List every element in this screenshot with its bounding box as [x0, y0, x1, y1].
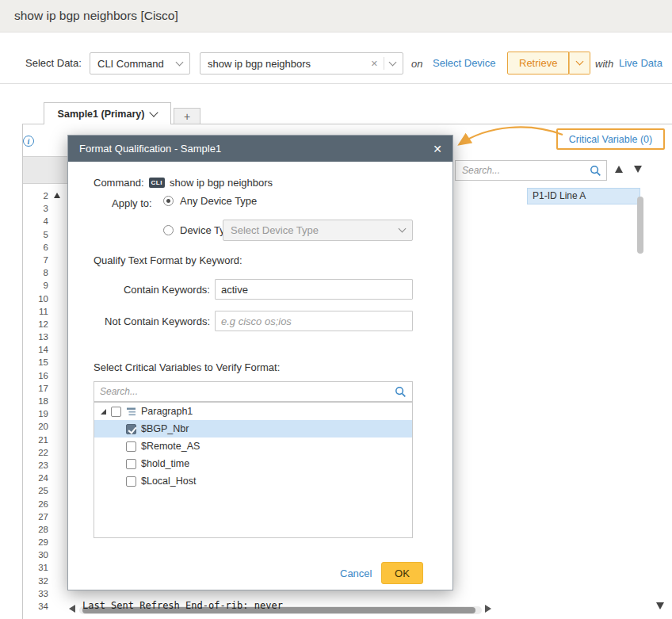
command-label: Command:	[94, 177, 144, 189]
expander-icon[interactable]	[101, 409, 106, 415]
tree-node-label: $BGP_Nbr	[141, 423, 189, 434]
retrieve-split-button: Retrieve	[507, 52, 590, 75]
device-type-dropdown[interactable]: Select Device Type	[223, 220, 413, 241]
select-device-link[interactable]: Select Device	[433, 57, 495, 69]
fold-marker-icon[interactable]	[54, 193, 60, 198]
tree-node-label: $Remote_AS	[141, 441, 200, 452]
toolbar: Select Data: CLI Command show ip bgp nei…	[0, 32, 672, 84]
select-data-label: Select Data:	[25, 57, 82, 69]
find-next-icon[interactable]	[634, 166, 642, 173]
editor-header-corner	[23, 156, 68, 184]
close-icon[interactable]: ✕	[433, 143, 442, 155]
checkbox-icon[interactable]	[111, 407, 121, 417]
line-number: 33	[23, 587, 52, 600]
checkbox-icon[interactable]	[126, 424, 136, 434]
callout-arrow-icon	[447, 116, 566, 159]
line-number: 3	[23, 202, 52, 215]
line-number: 17	[23, 382, 52, 395]
radio-icon[interactable]	[163, 225, 174, 235]
tab-label: Sample1 (Primary)	[58, 109, 145, 120]
tree-node-bgp-nbr[interactable]: $BGP_Nbr	[94, 420, 412, 438]
info-icon[interactable]: i	[23, 136, 34, 147]
tree-node-local-host[interactable]: $Local_Host	[94, 472, 412, 490]
chevron-down-icon	[399, 225, 407, 233]
sample-text-line: Last Sent Refresh End-of-rib: never	[82, 600, 283, 611]
paragraph-icon	[126, 407, 136, 417]
line-number: 18	[23, 395, 52, 407]
line-number: 4	[23, 215, 52, 227]
line-number: 27	[23, 510, 52, 523]
tree-search-input[interactable]	[100, 386, 395, 397]
find-previous-icon[interactable]	[615, 166, 623, 173]
line-number: 28	[23, 523, 52, 536]
chevron-down-icon[interactable]	[389, 58, 397, 66]
line-number: 11	[23, 305, 52, 318]
divider	[384, 57, 384, 70]
chevron-down-icon	[576, 58, 584, 66]
contain-keywords-label: Contain Keywords:	[94, 284, 210, 296]
retrieve-menu-button[interactable]	[569, 52, 590, 75]
add-tab-button[interactable]: +	[174, 108, 200, 124]
tree-node-label: $Local_Host	[141, 476, 197, 487]
tree-node-label: $hold_time	[141, 458, 189, 469]
search-icon[interactable]	[395, 386, 407, 398]
tree-node-remote-as[interactable]: $Remote_AS	[94, 438, 412, 455]
line-number: 14	[23, 343, 52, 356]
variable-search-box	[455, 160, 607, 181]
critical-variable-button[interactable]: Critical Variable (0)	[556, 128, 665, 150]
line-number: 22	[23, 446, 52, 459]
line-number: 9	[23, 279, 52, 292]
tab-sample1-primary[interactable]: Sample1 (Primary)	[44, 102, 171, 124]
data-type-value: CLI Command	[97, 58, 164, 70]
not-contain-keywords-label: Not Contain Keywords:	[94, 315, 210, 327]
variable-list-item[interactable]: P1-ID Line A	[527, 188, 640, 204]
contain-keywords-input[interactable]	[215, 279, 413, 300]
checkbox-icon[interactable]	[126, 476, 136, 487]
command-value: show ip bgp neighbors	[208, 58, 311, 70]
apply-to-label: Apply to:	[112, 197, 152, 209]
line-number: 15	[23, 356, 52, 369]
retrieve-button[interactable]: Retrieve	[507, 52, 569, 75]
tree-node-paragraph1[interactable]: Paragraph1	[94, 403, 412, 420]
scroll-right-icon[interactable]	[485, 605, 491, 613]
clear-icon[interactable]: ✕	[371, 59, 378, 68]
vertical-scrollbar-thumb[interactable]	[637, 197, 643, 254]
line-number: 13	[23, 331, 52, 343]
select-variables-label: Select Critical Variables to Verify Form…	[94, 361, 280, 373]
chevron-down-icon	[176, 58, 184, 66]
search-icon[interactable]	[590, 165, 601, 177]
any-device-type-option[interactable]: Any Device Type	[163, 195, 257, 207]
dialog-title: Format Qualification - Sample1	[79, 143, 221, 155]
radio-icon[interactable]	[163, 196, 174, 206]
any-device-type-label: Any Device Type	[180, 195, 257, 207]
line-number: 19	[23, 407, 52, 420]
line-number: 32	[23, 575, 52, 587]
dialog-titlebar[interactable]: Format Qualification - Sample1 ✕	[68, 136, 452, 162]
line-number: 12	[23, 318, 52, 331]
cancel-button[interactable]: Cancel	[340, 567, 372, 579]
scroll-down-icon[interactable]	[656, 602, 664, 609]
variable-search-input[interactable]	[462, 165, 590, 176]
line-number: 24	[23, 472, 52, 484]
checkbox-icon[interactable]	[126, 459, 136, 469]
line-number: 8	[23, 266, 52, 279]
page-title: show ip bgp neighbors [Cisco]	[14, 9, 178, 23]
screen: show ip bgp neighbors [Cisco] Select Dat…	[0, 0, 672, 619]
line-number: 31	[23, 561, 52, 574]
with-label: with	[595, 58, 613, 70]
line-number: 20	[23, 420, 52, 433]
not-contain-keywords-input[interactable]	[215, 311, 413, 331]
live-data-link[interactable]: Live Data	[619, 57, 662, 69]
device-type-placeholder: Select Device Type	[231, 224, 319, 236]
on-label: on	[411, 58, 422, 70]
line-number: 26	[23, 498, 52, 510]
ok-button[interactable]: OK	[381, 562, 423, 584]
tree-node-hold-time[interactable]: $hold_time	[94, 455, 412, 472]
line-number: 30	[23, 548, 52, 561]
tree-node-label: Paragraph1	[141, 406, 193, 417]
scroll-left-icon[interactable]	[69, 605, 75, 613]
checkbox-icon[interactable]	[126, 441, 136, 452]
data-type-dropdown[interactable]: CLI Command	[90, 52, 190, 75]
command-combobox[interactable]: show ip bgp neighbors ✕	[200, 52, 403, 75]
line-number: 10	[23, 292, 52, 305]
